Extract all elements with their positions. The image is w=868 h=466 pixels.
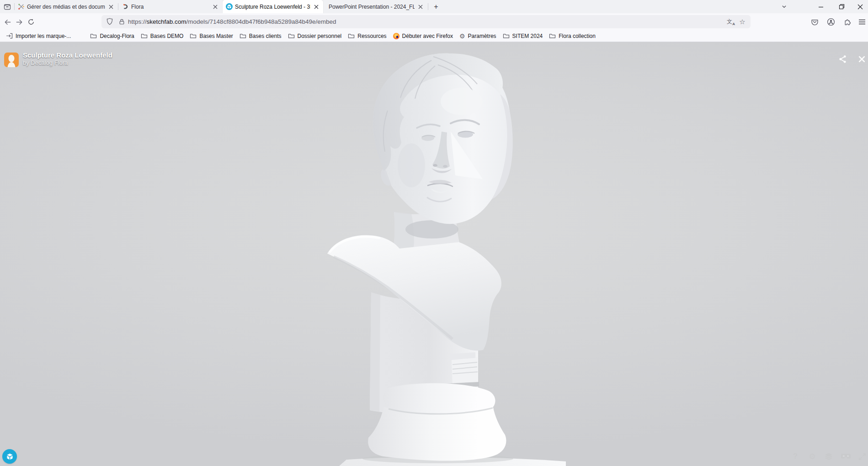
folder-icon xyxy=(549,33,556,39)
url-text[interactable]: https://sketchfab.com/models/7148cf8804d… xyxy=(128,15,336,28)
account-button[interactable] xyxy=(825,16,837,28)
help-button[interactable]: ? xyxy=(789,450,801,462)
model-author-link[interactable]: by Decalog Flora xyxy=(23,59,112,66)
bookmark-label: Bases DEMO xyxy=(150,33,184,39)
chevron-down-icon xyxy=(781,4,787,10)
back-arrow-icon xyxy=(4,18,11,26)
pocket-icon xyxy=(811,18,819,26)
tab-bar: Gérer des médias et des docum Flora Scul… xyxy=(0,0,868,13)
decalog-favicon xyxy=(122,3,129,10)
bookmark-folder-flora-collection[interactable]: Flora collection xyxy=(546,32,599,41)
sketchfab-embed-viewer[interactable]: Sculpture Roza Loewenfeld by Decalog Flo… xyxy=(0,42,868,466)
pocket-button[interactable] xyxy=(808,16,821,28)
import-bookmarks-icon xyxy=(6,33,13,39)
tab-close-button[interactable] xyxy=(313,3,320,11)
translate-button[interactable]: 文A xyxy=(724,16,735,27)
folder-icon xyxy=(240,33,246,39)
tab-close-button[interactable] xyxy=(107,3,115,11)
bookmark-folder-bases-master[interactable]: Bases Master xyxy=(186,32,236,41)
new-tab-button[interactable]: + xyxy=(430,1,442,12)
bookmark-label: SITEM 2024 xyxy=(512,33,543,39)
tab-sketchfab-active[interactable]: Sculpture Roza Loewenfeld - 3D xyxy=(223,0,323,13)
bookmark-label: Importer les marque-... xyxy=(16,33,71,39)
tab-flora[interactable]: Flora xyxy=(119,0,222,13)
tab-separator xyxy=(118,3,118,10)
close-icon xyxy=(109,5,113,9)
fullscreen-icon xyxy=(858,453,866,461)
folder-icon xyxy=(190,33,197,39)
tab-separator xyxy=(428,3,428,10)
bookmark-folder-dossier-personnel[interactable]: Dossier personnel xyxy=(285,32,345,41)
translate-icon: 文A xyxy=(727,19,732,24)
share-button[interactable] xyxy=(836,53,848,65)
url-path: /models/7148cf8804db47f6b948a5289a84b49e… xyxy=(186,18,336,25)
bookmark-folder-bases-clients[interactable]: Bases clients xyxy=(236,32,285,41)
tab-close-button[interactable] xyxy=(417,3,424,11)
reload-icon xyxy=(27,18,35,26)
inspector-button[interactable] xyxy=(823,450,835,462)
author-avatar[interactable] xyxy=(4,53,19,67)
puzzle-icon xyxy=(844,18,852,26)
bookmark-label: Decalog-Flora xyxy=(100,33,134,39)
layers-icon xyxy=(825,452,833,461)
bookmark-label: Paramètres xyxy=(468,33,496,39)
hamburger-menu-icon xyxy=(858,19,866,25)
bookmark-folder-bases-demo[interactable]: Bases DEMO xyxy=(138,32,187,41)
extensions-button[interactable] xyxy=(841,16,854,28)
tab-close-button[interactable] xyxy=(212,3,219,11)
firefox-view-icon xyxy=(4,3,11,11)
close-icon xyxy=(213,5,218,9)
tracking-protection-button[interactable] xyxy=(104,16,115,27)
folder-icon xyxy=(348,33,355,39)
forward-button[interactable] xyxy=(13,16,26,28)
bookmark-label: Ressources xyxy=(357,33,386,39)
back-button[interactable] xyxy=(1,16,14,28)
bookmark-label: Débuter avec Firefox xyxy=(402,33,453,39)
url-scheme: https:// xyxy=(128,18,147,25)
tab-title: Sculpture Roza Loewenfeld - 3D xyxy=(235,4,310,10)
bookmark-debuter-firefox[interactable]: Débuter avec Firefox xyxy=(390,32,456,41)
avatar-thumbnail xyxy=(4,53,19,67)
help-icon: ? xyxy=(793,452,798,461)
sculpture-3d-model[interactable] xyxy=(0,42,868,466)
firefox-view-button[interactable] xyxy=(1,1,13,12)
bookmark-import[interactable]: Importer les marque-... xyxy=(3,32,74,41)
gear-icon: ⚙ xyxy=(809,453,815,461)
vr-mode-button[interactable] xyxy=(840,450,852,462)
bookmark-parametres[interactable]: ⚙ Paramètres xyxy=(456,32,500,41)
reload-button[interactable] xyxy=(25,16,37,28)
list-all-tabs-button[interactable] xyxy=(776,0,792,13)
tab-gerer-medias[interactable]: Gérer des médias et des docum xyxy=(15,0,118,13)
minimize-button[interactable] xyxy=(813,0,829,13)
close-window-button[interactable] xyxy=(852,0,868,13)
model-header: Sculpture Roza Loewenfeld by Decalog Flo… xyxy=(23,51,112,66)
wiki-sparkle-favicon xyxy=(18,3,25,10)
bookmark-label: Flora collection xyxy=(559,33,596,39)
navigation-toolbar: https://sketchfab.com/models/7148cf8804d… xyxy=(0,13,868,30)
bookmark-page-button[interactable]: ☆ xyxy=(737,16,748,27)
bookmark-folder-sitem-2024[interactable]: SITEM 2024 xyxy=(500,32,546,41)
star-icon: ☆ xyxy=(739,18,745,25)
folder-icon xyxy=(288,33,295,39)
bookmark-folder-decalog-flora[interactable]: Decalog-Flora xyxy=(87,32,137,41)
tab-title: Gérer des médias et des docum xyxy=(27,4,105,10)
address-bar[interactable]: https://sketchfab.com/models/7148cf8804d… xyxy=(101,15,751,28)
account-icon xyxy=(827,18,835,26)
bookmark-label: Bases Master xyxy=(199,33,233,39)
fullscreen-button[interactable] xyxy=(856,450,868,462)
url-domain: sketchfab.com xyxy=(147,18,186,25)
site-security-button[interactable] xyxy=(117,16,126,27)
bookmark-folder-ressources[interactable]: Ressources xyxy=(345,32,389,41)
close-icon xyxy=(418,5,423,9)
tab-powerpoint[interactable]: PowerPoint Presentation - 2024_FLO xyxy=(323,0,427,13)
lock-icon xyxy=(118,18,125,25)
sketchfab-logo[interactable] xyxy=(2,449,17,464)
firefox-icon xyxy=(393,33,399,39)
menu-button[interactable] xyxy=(856,16,868,28)
viewer-settings-button[interactable]: ⚙ xyxy=(806,450,818,462)
model-title-link[interactable]: Sculpture Roza Loewenfeld xyxy=(23,51,112,59)
gear-icon: ⚙ xyxy=(459,33,465,39)
close-viewer-button[interactable] xyxy=(856,53,868,65)
close-icon xyxy=(858,56,865,63)
restore-button[interactable] xyxy=(834,0,849,13)
